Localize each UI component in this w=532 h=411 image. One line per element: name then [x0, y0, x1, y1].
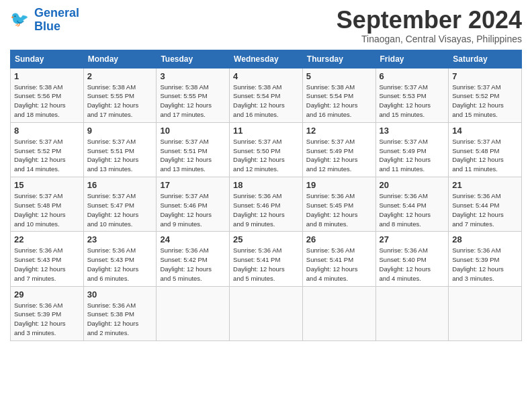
calendar-day-12: 12Sunrise: 5:37 AMSunset: 5:49 PMDayligh… — [302, 122, 375, 177]
logo-line2: Blue — [34, 19, 60, 33]
calendar-day-19: 19Sunrise: 5:36 AMSunset: 5:45 PMDayligh… — [302, 177, 375, 232]
title-area: September 2024 Tinaogan, Central Visayas… — [337, 7, 522, 44]
calendar-day-10: 10Sunrise: 5:37 AMSunset: 5:51 PMDayligh… — [157, 122, 230, 177]
calendar-day-11: 11Sunrise: 5:37 AMSunset: 5:50 PMDayligh… — [230, 122, 303, 177]
calendar-day-empty — [375, 286, 449, 340]
calendar-day-2: 2Sunrise: 5:38 AMSunset: 5:55 PMDaylight… — [83, 68, 157, 122]
calendar-day-empty — [449, 286, 522, 340]
calendar-day-25: 25Sunrise: 5:36 AMSunset: 5:41 PMDayligh… — [230, 232, 303, 286]
calendar-day-7: 7Sunrise: 5:37 AMSunset: 5:52 PMDaylight… — [449, 68, 522, 122]
location-title: Tinaogan, Central Visayas, Philippines — [337, 34, 522, 44]
calendar-day-empty — [157, 286, 230, 340]
logo-bird-icon: 🐦 — [10, 9, 32, 31]
column-header-wednesday: Wednesday — [230, 50, 303, 68]
svg-text:🐦: 🐦 — [10, 10, 29, 28]
calendar-day-15: 15Sunrise: 5:37 AMSunset: 5:48 PMDayligh… — [11, 177, 84, 232]
calendar-day-13: 13Sunrise: 5:37 AMSunset: 5:49 PMDayligh… — [375, 122, 449, 177]
calendar-week-1: 1Sunrise: 5:38 AMSunset: 5:56 PMDaylight… — [11, 68, 522, 122]
logo: 🐦 General Blue — [10, 7, 79, 34]
calendar-table: SundayMondayTuesdayWednesdayThursdayFrid… — [10, 50, 522, 341]
calendar-day-20: 20Sunrise: 5:36 AMSunset: 5:44 PMDayligh… — [375, 177, 449, 232]
calendar-week-4: 22Sunrise: 5:36 AMSunset: 5:43 PMDayligh… — [11, 232, 522, 286]
column-header-friday: Friday — [375, 50, 449, 68]
calendar-day-24: 24Sunrise: 5:36 AMSunset: 5:42 PMDayligh… — [157, 232, 230, 286]
calendar-week-5: 29Sunrise: 5:36 AMSunset: 5:39 PMDayligh… — [11, 286, 522, 340]
calendar-day-empty — [302, 286, 375, 340]
header-row: SundayMondayTuesdayWednesdayThursdayFrid… — [11, 50, 522, 68]
calendar-day-empty — [230, 286, 303, 340]
calendar-day-5: 5Sunrise: 5:38 AMSunset: 5:54 PMDaylight… — [302, 68, 375, 122]
calendar-day-21: 21Sunrise: 5:36 AMSunset: 5:44 PMDayligh… — [449, 177, 522, 232]
logo-text: General Blue — [34, 7, 79, 34]
column-header-saturday: Saturday — [449, 50, 522, 68]
month-title: September 2024 — [337, 7, 522, 34]
column-header-thursday: Thursday — [302, 50, 375, 68]
calendar-day-9: 9Sunrise: 5:37 AMSunset: 5:51 PMDaylight… — [83, 122, 157, 177]
calendar-day-18: 18Sunrise: 5:36 AMSunset: 5:46 PMDayligh… — [230, 177, 303, 232]
calendar-day-8: 8Sunrise: 5:37 AMSunset: 5:52 PMDaylight… — [11, 122, 84, 177]
calendar-day-14: 14Sunrise: 5:37 AMSunset: 5:48 PMDayligh… — [449, 122, 522, 177]
logo-line1: General — [34, 6, 79, 19]
calendar-week-2: 8Sunrise: 5:37 AMSunset: 5:52 PMDaylight… — [11, 122, 522, 177]
calendar-day-22: 22Sunrise: 5:36 AMSunset: 5:43 PMDayligh… — [11, 232, 84, 286]
column-header-monday: Monday — [83, 50, 157, 68]
calendar-day-29: 29Sunrise: 5:36 AMSunset: 5:39 PMDayligh… — [11, 286, 84, 340]
calendar-day-16: 16Sunrise: 5:37 AMSunset: 5:47 PMDayligh… — [83, 177, 157, 232]
calendar-day-23: 23Sunrise: 5:36 AMSunset: 5:43 PMDayligh… — [83, 232, 157, 286]
calendar-day-27: 27Sunrise: 5:36 AMSunset: 5:40 PMDayligh… — [375, 232, 449, 286]
calendar-day-28: 28Sunrise: 5:36 AMSunset: 5:39 PMDayligh… — [449, 232, 522, 286]
calendar-day-3: 3Sunrise: 5:38 AMSunset: 5:55 PMDaylight… — [157, 68, 230, 122]
calendar-day-1: 1Sunrise: 5:38 AMSunset: 5:56 PMDaylight… — [11, 68, 84, 122]
column-header-sunday: Sunday — [11, 50, 84, 68]
calendar-day-4: 4Sunrise: 5:38 AMSunset: 5:54 PMDaylight… — [230, 68, 303, 122]
calendar-day-17: 17Sunrise: 5:37 AMSunset: 5:46 PMDayligh… — [157, 177, 230, 232]
column-header-tuesday: Tuesday — [157, 50, 230, 68]
calendar-day-30: 30Sunrise: 5:36 AMSunset: 5:38 PMDayligh… — [83, 286, 157, 340]
calendar-day-6: 6Sunrise: 5:37 AMSunset: 5:53 PMDaylight… — [375, 68, 449, 122]
calendar-week-3: 15Sunrise: 5:37 AMSunset: 5:48 PMDayligh… — [11, 177, 522, 232]
calendar-day-26: 26Sunrise: 5:36 AMSunset: 5:41 PMDayligh… — [302, 232, 375, 286]
page-header: 🐦 General Blue September 2024 Tinaogan, … — [10, 7, 522, 44]
